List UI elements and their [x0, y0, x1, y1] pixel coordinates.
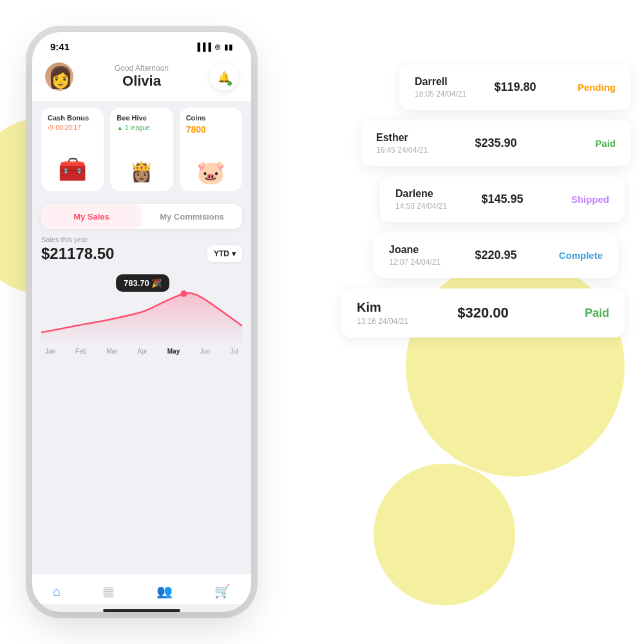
- phone-frame: 9:41 ▐▐▐ ⊛ ▮▮ Good Afternoon Olivia 🔔 C: [32, 32, 251, 612]
- status-time: 9:41: [50, 41, 70, 52]
- svg-point-0: [180, 290, 187, 297]
- coins-title: Coins: [186, 114, 236, 122]
- cash-bonus-image: 🧰: [48, 131, 97, 183]
- txn-esther-left: Esther 16:45 24/04/21: [376, 132, 428, 155]
- user-name: Olivia: [115, 73, 169, 90]
- txn-darlene-name: Darlene: [395, 188, 447, 200]
- chart-label-jul: Jul: [230, 348, 238, 355]
- signal-icon: ▐▐▐: [194, 43, 211, 52]
- sales-row: $21178.50 YTD ▾: [41, 245, 242, 263]
- chart-area: 783.70 🎉 Jan Feb Mar: [32, 268, 251, 384]
- txn-kim-name: Kim: [357, 300, 408, 315]
- chart-label-mar: Mar: [106, 348, 117, 355]
- cards-section: Cash Bonus ⏱ 00:20:17 🧰 Bee Hive ▲ 1 lea…: [32, 101, 251, 198]
- bee-hive-subtitle: ▲ 1 league: [117, 124, 166, 131]
- battery-icon: ▮▮: [224, 43, 233, 52]
- txn-darrell-left: Darrell 18:05 24/04/21: [415, 76, 466, 99]
- txn-darrell-date: 18:05 24/04/21: [415, 90, 466, 99]
- coins-card[interactable]: Coins 7800 🐷: [180, 108, 242, 191]
- txn-kim-left: Kim 13:16 24/04/21: [357, 300, 408, 326]
- chevron-down-icon: ▾: [232, 249, 236, 258]
- nav-cart[interactable]: 🛒: [214, 583, 231, 599]
- calendar-icon: ▦: [102, 583, 115, 599]
- chart-labels: Jan Feb Mar Apr May Jun Jul: [41, 348, 242, 355]
- status-icons: ▐▐▐ ⊛ ▮▮: [194, 43, 233, 52]
- ytd-select[interactable]: YTD ▾: [207, 245, 242, 262]
- txn-darlene-status: Shipped: [558, 194, 609, 205]
- chart-label-feb: Feb: [75, 348, 86, 355]
- txn-joane-amount: $220.95: [475, 249, 517, 262]
- chart-label-may: May: [167, 348, 180, 355]
- tab-my-commissions[interactable]: My Commisions: [142, 204, 242, 229]
- coins-image: 🐷: [186, 135, 236, 186]
- home-indicator: [103, 609, 180, 612]
- tab-my-sales[interactable]: My Sales: [41, 204, 142, 229]
- transaction-cards-list: Darrell 18:05 24/04/21 $119.80 Pending E…: [361, 64, 631, 337]
- chart-tooltip: 783.70 🎉: [116, 274, 169, 292]
- txn-esther-amount: $235.90: [475, 137, 517, 150]
- bee-hive-title: Bee Hive: [117, 114, 166, 122]
- ytd-label: YTD: [214, 249, 229, 258]
- sales-amount: $21178.50: [41, 245, 114, 263]
- txn-esther-name: Esther: [376, 132, 428, 144]
- txn-darlene-amount: $145.95: [482, 193, 524, 206]
- bottom-nav: ⌂ ▦ 👥 🛒: [32, 574, 251, 604]
- avatar: [45, 62, 73, 91]
- txn-darrell-name: Darrell: [415, 76, 466, 88]
- coins-value: 7800: [186, 124, 236, 135]
- sales-section: Sales this year $21178.50 YTD ▾: [32, 236, 251, 268]
- notification-dot: [227, 81, 232, 86]
- header-center: Good Afternoon Olivia: [115, 64, 169, 90]
- txn-darlene-date: 14:53 24/04/21: [395, 202, 447, 211]
- txn-joane-name: Joane: [389, 244, 440, 256]
- txn-joane-left: Joane 12:07 24/04/21: [389, 244, 440, 267]
- home-icon: ⌂: [53, 584, 61, 599]
- chart-label-jan: Jan: [45, 348, 55, 355]
- chart-label-apr: Apr: [137, 348, 147, 355]
- transaction-card-darlene[interactable]: Darlene 14:53 24/04/21 $145.95 Shipped: [380, 176, 625, 222]
- txn-esther-date: 16:45 24/04/21: [376, 146, 428, 155]
- users-icon: 👥: [156, 583, 173, 599]
- status-bar: 9:41 ▐▐▐ ⊛ ▮▮: [32, 32, 251, 57]
- chart-label-jun: Jun: [200, 348, 210, 355]
- nav-home[interactable]: ⌂: [53, 584, 61, 599]
- txn-kim-status: Paid: [558, 307, 609, 320]
- transaction-card-darrell[interactable]: Darrell 18:05 24/04/21 $119.80 Pending: [399, 64, 631, 110]
- bee-hive-card[interactable]: Bee Hive ▲ 1 league 👸🏽: [110, 108, 173, 191]
- transaction-card-kim[interactable]: Kim 13:16 24/04/21 $320.00 Paid: [341, 289, 625, 337]
- sales-label: Sales this year: [41, 236, 242, 243]
- cart-icon: 🛒: [214, 583, 231, 599]
- cash-bonus-subtitle: ⏱ 00:20:17: [48, 124, 97, 131]
- txn-kim-amount: $320.00: [457, 305, 509, 321]
- nav-users[interactable]: 👥: [156, 583, 173, 599]
- transaction-card-esther[interactable]: Esther 16:45 24/04/21 $235.90 Paid: [361, 120, 631, 166]
- txn-joane-status: Complete: [551, 250, 603, 261]
- wifi-icon: ⊛: [214, 43, 221, 52]
- tabs-section: My Sales My Commisions: [41, 204, 242, 229]
- txn-darlene-left: Darlene 14:53 24/04/21: [395, 188, 447, 211]
- txn-kim-date: 13:16 24/04/21: [357, 317, 408, 326]
- cash-bonus-card[interactable]: Cash Bonus ⏱ 00:20:17 🧰: [41, 108, 104, 191]
- txn-esther-status: Paid: [564, 138, 616, 149]
- bee-hive-image: 👸🏽: [117, 131, 166, 183]
- bell-button[interactable]: 🔔: [210, 62, 238, 91]
- greeting-text: Good Afternoon: [115, 64, 169, 73]
- cash-bonus-title: Cash Bonus: [48, 114, 97, 122]
- nav-calendar[interactable]: ▦: [102, 583, 115, 599]
- txn-darrell-status: Pending: [564, 82, 616, 93]
- transaction-card-joane[interactable]: Joane 12:07 24/04/21 $220.95 Complete: [374, 232, 618, 278]
- txn-joane-date: 12:07 24/04/21: [389, 258, 440, 267]
- bg-decoration-bottom: [374, 464, 515, 605]
- txn-darrell-amount: $119.80: [495, 80, 536, 94]
- phone-header: Good Afternoon Olivia 🔔: [32, 57, 251, 101]
